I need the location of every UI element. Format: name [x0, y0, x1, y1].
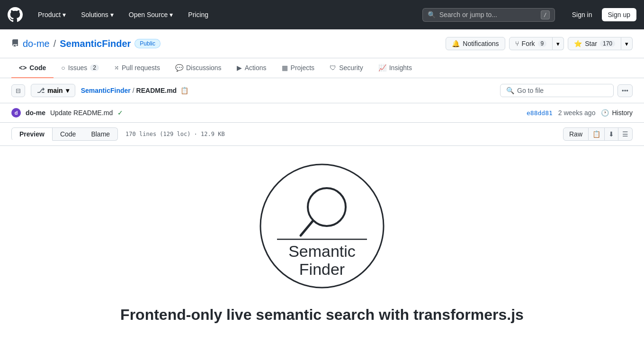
code-tab[interactable]: Code [53, 127, 83, 141]
tab-code[interactable]: <> Code [11, 58, 54, 78]
semantic-finder-logo: Semantic Finder [253, 157, 391, 295]
search-placeholder: Search or jump to... [439, 11, 537, 18]
branch-icon: ⎇ [37, 87, 45, 94]
fork-dropdown[interactable]: ▾ [553, 37, 564, 50]
commit-author[interactable]: do-me [26, 109, 45, 117]
file-info: 170 lines (129 loc) · 12.9 KB [118, 131, 225, 137]
star-label: Star [585, 40, 597, 47]
preview-tab[interactable]: Preview [11, 127, 53, 141]
solutions-chevron-icon: ▾ [110, 11, 114, 18]
blame-tab[interactable]: Blame [83, 127, 118, 141]
goto-file-input[interactable]: 🔍 Go to file [500, 84, 614, 97]
commit-check-icon: ✓ [117, 109, 123, 117]
tab-security[interactable]: 🛡 Security [322, 58, 371, 78]
file-action-group: Raw 📋 ⬇ ☰ [563, 127, 633, 141]
fork-count: 9 [538, 40, 547, 47]
search-icon: 🔍 [506, 87, 514, 94]
breadcrumb-filename: README.md [136, 87, 177, 94]
product-chevron-icon: ▾ [63, 11, 66, 18]
pr-tab-icon: ⤮ [114, 64, 119, 71]
file-bar: ⊟ ⎇ main ▾ SemanticFinder / README.md 📋 … [0, 78, 644, 103]
search-icon: 🔍 [428, 11, 436, 18]
history-label: History [612, 109, 633, 117]
file-actions: Raw 📋 ⬇ ☰ [563, 127, 633, 141]
repo-visibility-badge: Public [134, 39, 161, 48]
breadcrumb-separator: / [133, 87, 134, 94]
fork-icon: ⑂ [515, 40, 519, 47]
readme-heading: Frontend-only live semantic search with … [120, 306, 524, 324]
opensource-label: Open Source [129, 11, 168, 18]
insights-tab-label: Insights [389, 64, 412, 72]
projects-tab-label: Projects [291, 64, 315, 72]
tab-projects[interactable]: ▦ Projects [274, 58, 322, 78]
tab-issues[interactable]: ○ Issues 2 [54, 58, 107, 78]
github-logo[interactable] [8, 7, 23, 22]
fork-button[interactable]: ⑂ Fork 9 [509, 37, 553, 50]
sidebar-toggle-button[interactable]: ⊟ [11, 84, 25, 97]
security-tab-icon: 🛡 [330, 64, 336, 72]
repo-type-icon [11, 38, 19, 49]
solutions-label: Solutions [81, 11, 108, 18]
commit-right: e88dd81 2 weeks ago 🕐 History [527, 109, 633, 117]
star-button[interactable]: ⭐ Star 170 [568, 37, 621, 50]
top-nav: Product ▾ Solutions ▾ Open Source ▾ Pric… [0, 0, 644, 29]
tab-pull-requests[interactable]: ⤮ Pull requests [107, 58, 168, 78]
branch-chevron-icon: ▾ [66, 87, 69, 94]
svg-point-1 [308, 188, 346, 226]
signin-button[interactable]: Sign in [566, 8, 598, 21]
copy-path-button[interactable]: 📋 [179, 85, 190, 96]
star-icon: ⭐ [574, 40, 582, 47]
file-content: Semantic Finder Frontend-only live seman… [0, 146, 644, 335]
breadcrumb-repo-link[interactable]: SemanticFinder [81, 87, 131, 94]
star-count: 170 [600, 40, 615, 47]
product-menu[interactable]: Product ▾ [34, 9, 70, 20]
code-tab-label: Code [29, 64, 46, 72]
repo-actions: 🔔 Notifications ⑂ Fork 9 ▾ ⭐ Star 170 ▾ [446, 37, 633, 50]
expand-button[interactable]: ☰ [618, 127, 633, 141]
sidebar-toggle-icon: ⊟ [16, 87, 21, 94]
search-bar[interactable]: 🔍 Search or jump to... / [422, 8, 555, 22]
raw-button[interactable]: Raw [563, 127, 589, 141]
discussions-tab-icon: 💬 [175, 64, 183, 72]
breadcrumb: SemanticFinder / README.md 📋 [81, 85, 190, 96]
more-options-button[interactable]: ••• [617, 84, 633, 97]
history-button[interactable]: 🕐 History [601, 109, 633, 117]
pr-tab-label: Pull requests [122, 64, 160, 72]
solutions-menu[interactable]: Solutions ▾ [77, 9, 117, 20]
svg-text:Finder: Finder [299, 260, 345, 278]
repo-separator: / [54, 38, 56, 49]
commit-bar: d do-me Update README.md ✓ e88dd81 2 wee… [0, 103, 644, 123]
issues-tab-label: Issues [68, 64, 87, 72]
tab-insights[interactable]: 📈 Insights [371, 58, 420, 78]
commit-timestamp: 2 weeks ago [558, 109, 596, 117]
repo-owner-link[interactable]: do-me [23, 38, 50, 49]
avatar: d [11, 108, 21, 118]
opensource-menu[interactable]: Open Source ▾ [125, 9, 177, 20]
svg-text:Semantic: Semantic [288, 242, 356, 260]
issues-tab-icon: ○ [61, 64, 65, 72]
notifications-button[interactable]: 🔔 Notifications [446, 37, 505, 50]
actions-tab-label: Actions [245, 64, 267, 72]
history-icon: 🕐 [601, 109, 609, 117]
tab-actions[interactable]: ▶ Actions [229, 58, 274, 78]
pricing-label: Pricing [188, 11, 208, 18]
tab-discussions[interactable]: 💬 Discussions [168, 58, 229, 78]
pricing-link[interactable]: Pricing [184, 9, 212, 20]
file-tabs: Preview Code Blame [11, 127, 118, 141]
projects-tab-icon: ▦ [282, 64, 288, 72]
svg-line-2 [301, 221, 313, 235]
notifications-label: Notifications [463, 40, 499, 47]
branch-selector[interactable]: ⎇ main ▾ [31, 84, 75, 97]
copy-raw-button[interactable]: 📋 [589, 127, 605, 141]
goto-placeholder: Go to file [517, 87, 544, 94]
discussions-tab-label: Discussions [186, 64, 222, 72]
signup-button[interactable]: Sign up [602, 8, 636, 21]
file-bar-right: 🔍 Go to file ••• [500, 84, 633, 97]
download-button[interactable]: ⬇ [605, 127, 618, 141]
opensource-chevron-icon: ▾ [170, 11, 173, 18]
repo-name-link[interactable]: SemanticFinder [60, 38, 131, 49]
repo-header: do-me / SemanticFinder Public 🔔 Notifica… [0, 29, 644, 58]
star-dropdown[interactable]: ▾ [621, 37, 633, 50]
commit-message: Update README.md [50, 109, 113, 117]
commit-sha-link[interactable]: e88dd81 [527, 109, 553, 117]
